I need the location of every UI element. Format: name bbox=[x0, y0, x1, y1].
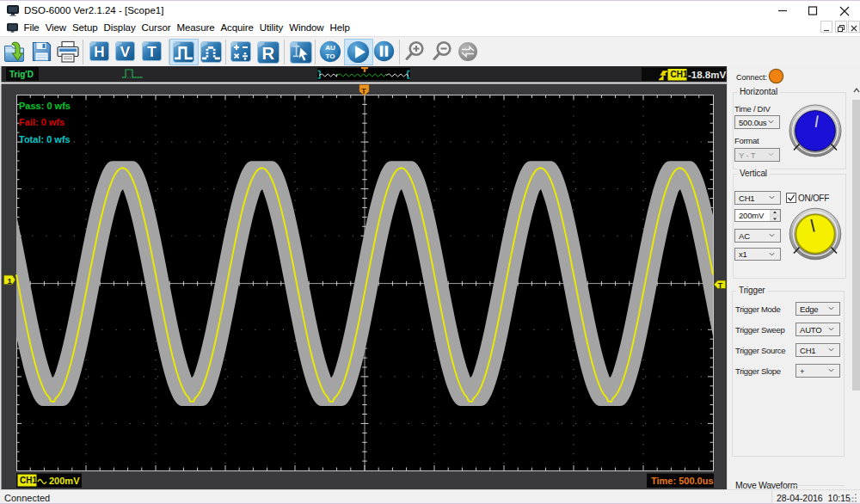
svg-text:-18.8mV: -18.8mV bbox=[688, 70, 726, 80]
svg-text:Total: 0 wfs: Total: 0 wfs bbox=[19, 134, 71, 144]
svg-text:CH1: CH1 bbox=[671, 70, 688, 79]
svg-text:T: T bbox=[147, 43, 157, 60]
svg-text:AU: AU bbox=[325, 44, 335, 52]
svg-text:V: V bbox=[120, 43, 131, 60]
svg-text:R: R bbox=[262, 43, 275, 63]
svg-text:CH1: CH1 bbox=[20, 476, 37, 485]
svg-text:Time: 500.0us: Time: 500.0us bbox=[651, 476, 714, 486]
svg-text:TO: TO bbox=[325, 52, 335, 60]
svg-text:H: H bbox=[94, 43, 104, 60]
svg-text:Pass: 0 wfs: Pass: 0 wfs bbox=[19, 101, 71, 111]
svg-text:200mV: 200mV bbox=[49, 476, 80, 486]
svg-text:1: 1 bbox=[8, 276, 13, 286]
svg-text:T: T bbox=[361, 86, 366, 95]
svg-text:T: T bbox=[718, 280, 723, 290]
svg-text:Fail: 0 wfs: Fail: 0 wfs bbox=[19, 117, 64, 127]
svg-text:Trig'D: Trig'D bbox=[9, 70, 34, 79]
